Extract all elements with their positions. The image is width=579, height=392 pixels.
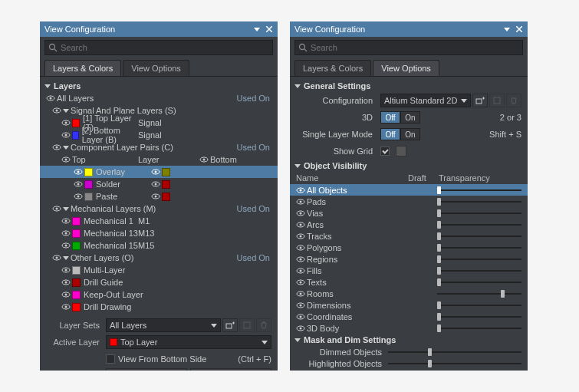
delete-set-button[interactable] bbox=[256, 318, 271, 332]
grid-color-swatch[interactable] bbox=[396, 146, 406, 156]
ov-row-tracks[interactable]: Tracks bbox=[290, 230, 528, 242]
ov-row-all-objects[interactable]: All Objects bbox=[290, 184, 528, 196]
eye-icon[interactable] bbox=[296, 232, 305, 241]
search-input[interactable] bbox=[294, 40, 523, 55]
ov-row-dimensions[interactable]: Dimensions bbox=[290, 299, 528, 311]
eye-icon[interactable] bbox=[296, 312, 305, 321]
ov-row-polygons[interactable]: Polygons bbox=[290, 242, 528, 253]
view-bottom-row: View From Bottom Side (Ctrl + F) bbox=[46, 351, 271, 367]
transparency-slider[interactable] bbox=[437, 314, 521, 320]
close-icon[interactable] bbox=[265, 25, 273, 33]
svg-point-52 bbox=[300, 44, 305, 50]
layer-row-bottom[interactable]: [2] Bottom Layer (B) Signal bbox=[40, 129, 278, 141]
save-config-button[interactable] bbox=[489, 94, 505, 107]
eye-icon[interactable] bbox=[296, 209, 305, 218]
transparency-slider[interactable] bbox=[437, 199, 521, 205]
highlighted-slider[interactable] bbox=[388, 361, 521, 367]
transparency-slider[interactable] bbox=[437, 187, 521, 193]
ov-row-fills[interactable]: Fills bbox=[290, 265, 528, 276]
layer-sets-row: Layer Sets All Layers bbox=[46, 318, 271, 333]
transparency-slider[interactable] bbox=[437, 245, 521, 251]
tab-view-options[interactable]: View Options bbox=[373, 60, 439, 76]
eye-icon[interactable] bbox=[296, 197, 305, 206]
view-bottom-checkbox[interactable] bbox=[106, 354, 115, 364]
dropdown-icon[interactable] bbox=[253, 25, 261, 33]
svg-point-73 bbox=[300, 269, 302, 272]
ov-row-texts[interactable]: Texts bbox=[290, 276, 528, 288]
dimmed-slider[interactable] bbox=[388, 349, 521, 355]
svg-point-59 bbox=[300, 189, 302, 191]
search-icon bbox=[48, 43, 58, 52]
layer-group-component[interactable]: Component Layer Pairs (C) Used On bbox=[40, 141, 278, 153]
export-button[interactable]: Export bbox=[190, 368, 271, 371]
eye-icon[interactable] bbox=[296, 266, 305, 275]
ov-row-arcs[interactable]: Arcs bbox=[290, 219, 528, 230]
single-layer-toggle[interactable]: OffOn bbox=[380, 128, 420, 140]
transparency-slider[interactable] bbox=[437, 279, 521, 285]
ov-row-vias[interactable]: Vias bbox=[290, 207, 528, 219]
section-layers[interactable]: Layers bbox=[40, 80, 278, 92]
layer-row-all[interactable]: All Layers Used On bbox=[40, 92, 278, 104]
transparency-slider[interactable] bbox=[437, 222, 521, 228]
delete-config-button[interactable] bbox=[506, 94, 521, 107]
add-set-button[interactable] bbox=[222, 318, 238, 332]
layer-row-mech1[interactable]: Mechanical 1 M1 bbox=[40, 215, 278, 227]
eye-icon[interactable] bbox=[296, 324, 305, 333]
3d-row: 3D OffOn 2 or 3 bbox=[290, 109, 528, 126]
svg-point-21 bbox=[77, 183, 80, 186]
svg-point-29 bbox=[56, 208, 58, 210]
eye-icon[interactable] bbox=[296, 301, 305, 310]
config-select[interactable]: Altium Standard 2D bbox=[380, 94, 471, 107]
ov-row-rooms[interactable]: Rooms bbox=[290, 288, 528, 299]
layer-row-overlay[interactable]: Overlay bbox=[40, 166, 278, 178]
3d-toggle[interactable]: OffOn bbox=[380, 111, 420, 124]
svg-point-43 bbox=[65, 294, 67, 296]
tab-view-options[interactable]: View Options bbox=[123, 60, 189, 76]
section-mask-dim[interactable]: Mask and Dim Settings bbox=[290, 334, 528, 346]
save-set-button[interactable] bbox=[239, 318, 255, 332]
eye-icon[interactable] bbox=[46, 94, 55, 103]
eye-icon[interactable] bbox=[52, 106, 61, 115]
layer-group-mech[interactable]: Mechanical Layers (M) Used On bbox=[40, 203, 278, 215]
section-general[interactable]: General Settings bbox=[290, 80, 528, 92]
show-grid-checkbox[interactable] bbox=[380, 147, 390, 156]
eye-icon[interactable] bbox=[296, 243, 305, 252]
transparency-slider[interactable] bbox=[437, 268, 521, 274]
layer-row-keepout[interactable]: Keep-Out Layer bbox=[40, 288, 278, 301]
layer-row-paste[interactable]: Paste bbox=[40, 190, 278, 203]
transparency-slider[interactable] bbox=[437, 325, 521, 331]
layer-row-mech13[interactable]: Mechanical 13 M13 bbox=[40, 227, 278, 239]
section-object-vis[interactable]: Object Visibility bbox=[290, 160, 528, 172]
close-icon[interactable] bbox=[515, 25, 523, 33]
import-button[interactable]: Import bbox=[106, 368, 187, 371]
ov-row-pads[interactable]: Pads bbox=[290, 196, 528, 207]
panel-title: View Configuration bbox=[294, 25, 503, 34]
transparency-slider[interactable] bbox=[437, 210, 521, 216]
layer-row-multi[interactable]: Multi-Layer bbox=[40, 264, 278, 276]
eye-icon[interactable] bbox=[296, 186, 305, 195]
add-config-button[interactable] bbox=[472, 94, 488, 107]
ov-row-coordinates[interactable]: Coordinates bbox=[290, 311, 528, 322]
search-input[interactable] bbox=[44, 40, 273, 55]
eye-icon[interactable] bbox=[296, 278, 305, 287]
ov-row-3d-body[interactable]: 3D Body bbox=[290, 322, 528, 334]
transparency-slider[interactable] bbox=[437, 302, 521, 308]
tab-layers-colors[interactable]: Layers & Colors bbox=[44, 60, 121, 76]
ov-columns: Name Draft Transparency bbox=[290, 172, 528, 184]
eye-icon[interactable] bbox=[296, 255, 305, 264]
layer-row-solder[interactable]: Solder bbox=[40, 178, 278, 190]
layer-sets-select[interactable]: All Layers bbox=[106, 318, 221, 332]
eye-icon[interactable] bbox=[296, 289, 305, 298]
transparency-slider[interactable] bbox=[437, 233, 521, 239]
layer-row-drill-guide[interactable]: Drill Guide bbox=[40, 276, 278, 288]
layer-row-drill-drawing[interactable]: Drill Drawing bbox=[40, 301, 278, 313]
dropdown-icon[interactable] bbox=[503, 25, 511, 33]
transparency-slider[interactable] bbox=[437, 256, 521, 262]
ov-row-regions[interactable]: Regions bbox=[290, 253, 528, 265]
tab-layers-colors[interactable]: Layers & Colors bbox=[294, 60, 371, 76]
transparency-slider[interactable] bbox=[437, 291, 521, 297]
layer-row-mech15[interactable]: Mechanical 15 M15 bbox=[40, 239, 278, 252]
layer-group-other[interactable]: Other Layers (O) Used On bbox=[40, 252, 278, 264]
active-layer-select[interactable]: Top Layer bbox=[106, 335, 271, 349]
eye-icon[interactable] bbox=[296, 220, 305, 229]
